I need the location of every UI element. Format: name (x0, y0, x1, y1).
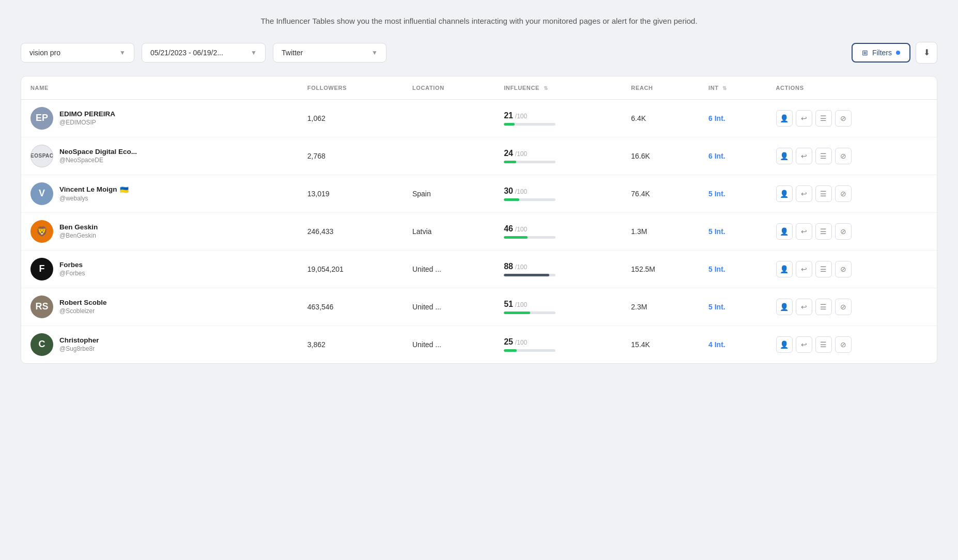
reply-button[interactable]: ↩ (796, 299, 812, 315)
reply-button[interactable]: ↩ (796, 223, 812, 240)
reach-cell: 6.4K (622, 99, 699, 137)
int-cell[interactable]: 5 Int. (699, 212, 767, 250)
block-button[interactable]: ⊘ (835, 110, 852, 127)
user-handle: @Scobleizer (59, 307, 107, 315)
influence-fill (504, 123, 515, 126)
followers-cell: 3,862 (298, 325, 403, 363)
influence-score: 25 (504, 337, 513, 346)
col-reach: REACH (622, 76, 699, 100)
add-list-button[interactable]: ☰ (815, 223, 832, 240)
location-cell: United ... (403, 288, 495, 325)
influence-fill (504, 161, 516, 163)
table-header-row: NAME FOLLOWERS LOCATION INFLUENCE ⇅ REAC… (21, 76, 937, 100)
influence-cell: 21 /100 (495, 99, 622, 137)
reply-icon: ↩ (801, 227, 807, 236)
block-button[interactable]: ⊘ (835, 299, 852, 315)
add-list-button[interactable]: ☰ (815, 110, 832, 127)
date-dropdown[interactable]: 05/21/2023 - 06/19/2... ▼ (142, 43, 266, 63)
influence-bar (504, 236, 555, 239)
user-cell: F Forbes @Forbes (21, 250, 298, 288)
user-name: Vincent Le Moign 🇺🇦 (59, 185, 129, 194)
add-user-button[interactable]: 👤 (776, 261, 793, 277)
date-label: 05/21/2023 - 06/19/2... (150, 49, 223, 57)
add-user-button[interactable]: 👤 (776, 110, 793, 127)
platform-label: Twitter (282, 49, 303, 57)
table-row: NEOSPACE NeoSpace Digital Eco... @NeoSpa… (21, 137, 937, 175)
add-user-button[interactable]: 👤 (776, 148, 793, 164)
influence-bar (504, 161, 555, 163)
int-cell[interactable]: 5 Int. (699, 250, 767, 288)
col-influence[interactable]: INFLUENCE ⇅ (495, 76, 622, 100)
download-button[interactable]: ⬇ (916, 42, 937, 64)
block-icon: ⊘ (840, 340, 846, 349)
col-followers: FOLLOWERS (298, 76, 403, 100)
influence-score: 21 (504, 111, 513, 120)
add-user-button[interactable]: 👤 (776, 299, 793, 315)
add-list-button[interactable]: ☰ (815, 261, 832, 277)
add-user-button[interactable]: 👤 (776, 223, 793, 240)
table-row: C Christopher @Sug8rbe8r 3,862 United ..… (21, 325, 937, 363)
reply-button[interactable]: ↩ (796, 336, 812, 353)
actions-cell: 👤 ↩ ☰ ⊘ (767, 250, 937, 288)
reply-button[interactable]: ↩ (796, 261, 812, 277)
col-location: LOCATION (403, 76, 495, 100)
actions-cell: 👤 ↩ ☰ ⊘ (767, 137, 937, 175)
location-cell (403, 99, 495, 137)
reply-icon: ↩ (801, 265, 807, 273)
add-list-button[interactable]: ☰ (815, 185, 832, 202)
user-cell: EP EDIMO PEREIRA @EDIMOSIP (21, 99, 298, 137)
int-cell[interactable]: 6 Int. (699, 137, 767, 175)
topic-dropdown[interactable]: vision pro ▼ (21, 43, 134, 63)
add-list-icon: ☰ (820, 114, 827, 122)
sort-icon[interactable]: ⇅ (544, 86, 548, 91)
block-button[interactable]: ⊘ (835, 336, 852, 353)
user-name: Forbes (59, 261, 85, 269)
add-user-icon: 👤 (780, 190, 789, 198)
col-int[interactable]: INT ⇅ (699, 76, 767, 100)
followers-cell: 1,062 (298, 99, 403, 137)
table-row: EP EDIMO PEREIRA @EDIMOSIP 1,062 21 /100… (21, 99, 937, 137)
col-actions: ACTIONS (767, 76, 937, 100)
int-cell[interactable]: 6 Int. (699, 99, 767, 137)
add-list-icon: ☰ (820, 190, 827, 198)
add-list-button[interactable]: ☰ (815, 336, 832, 353)
block-button[interactable]: ⊘ (835, 148, 852, 164)
user-cell: RS Robert Scoble @Scobleizer (21, 288, 298, 325)
avatar: 🦁 (30, 220, 53, 243)
add-user-button[interactable]: 👤 (776, 336, 793, 353)
followers-cell: 19,054,201 (298, 250, 403, 288)
int-cell[interactable]: 5 Int. (699, 175, 767, 212)
reply-button[interactable]: ↩ (796, 185, 812, 202)
user-name: EDIMO PEREIRA (59, 110, 115, 118)
int-cell[interactable]: 5 Int. (699, 288, 767, 325)
reply-button[interactable]: ↩ (796, 110, 812, 127)
location-cell (403, 137, 495, 175)
actions-cell: 👤 ↩ ☰ ⊘ (767, 288, 937, 325)
avatar: F (30, 258, 53, 281)
user-cell: NEOSPACE NeoSpace Digital Eco... @NeoSpa… (21, 137, 298, 175)
location-cell: United ... (403, 325, 495, 363)
sort-icon[interactable]: ⇅ (722, 86, 727, 91)
add-list-button[interactable]: ☰ (815, 148, 832, 164)
block-button[interactable]: ⊘ (835, 261, 852, 277)
avatar: NEOSPACE (30, 145, 53, 167)
add-list-icon: ☰ (820, 265, 827, 273)
reply-button[interactable]: ↩ (796, 148, 812, 164)
add-user-icon: 👤 (780, 227, 789, 236)
block-button[interactable]: ⊘ (835, 185, 852, 202)
influence-denom: /100 (515, 113, 527, 120)
influence-bar (504, 312, 555, 314)
influence-fill (504, 198, 519, 201)
add-user-button[interactable]: 👤 (776, 185, 793, 202)
block-button[interactable]: ⊘ (835, 223, 852, 240)
add-list-button[interactable]: ☰ (815, 299, 832, 315)
influence-score: 30 (504, 186, 513, 195)
platform-dropdown[interactable]: Twitter ▼ (273, 43, 387, 63)
int-cell[interactable]: 4 Int. (699, 325, 767, 363)
avatar: V (30, 182, 53, 205)
chevron-down-icon: ▼ (251, 49, 257, 56)
influence-cell: 51 /100 (495, 288, 622, 325)
influence-bar (504, 123, 555, 126)
filters-button[interactable]: ⊞ Filters (852, 43, 910, 63)
influence-denom: /100 (515, 339, 527, 346)
